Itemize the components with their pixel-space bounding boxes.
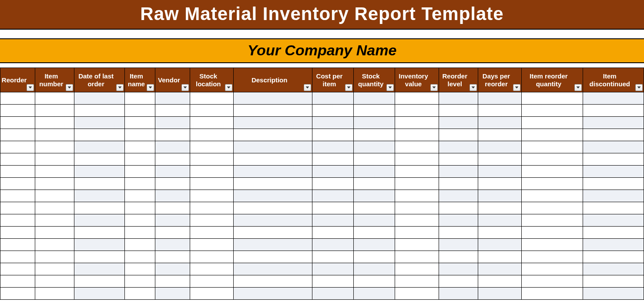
table-cell[interactable]	[354, 227, 395, 239]
table-cell[interactable]	[124, 141, 155, 153]
table-cell[interactable]	[583, 153, 644, 166]
table-cell[interactable]	[234, 263, 312, 275]
table-cell[interactable]	[439, 275, 478, 288]
table-cell[interactable]	[395, 251, 439, 263]
table-cell[interactable]	[74, 275, 124, 288]
table-cell[interactable]	[155, 141, 190, 153]
table-cell[interactable]	[583, 166, 644, 178]
table-cell[interactable]	[35, 141, 74, 153]
table-cell[interactable]	[124, 227, 155, 239]
table-cell[interactable]	[522, 117, 583, 129]
table-cell[interactable]	[155, 263, 190, 275]
table-cell[interactable]	[35, 251, 74, 263]
table-cell[interactable]	[583, 105, 644, 117]
table-cell[interactable]	[312, 153, 353, 166]
table-cell[interactable]	[395, 275, 439, 288]
table-cell[interactable]	[478, 263, 521, 275]
table-cell[interactable]	[583, 239, 644, 251]
table-cell[interactable]	[0, 227, 35, 239]
table-cell[interactable]	[439, 141, 478, 153]
table-cell[interactable]	[583, 263, 644, 275]
table-cell[interactable]	[155, 105, 190, 117]
table-cell[interactable]	[234, 178, 312, 190]
table-cell[interactable]	[0, 129, 35, 141]
table-cell[interactable]	[312, 227, 353, 239]
table-cell[interactable]	[478, 178, 521, 190]
table-cell[interactable]	[155, 117, 190, 129]
table-cell[interactable]	[234, 92, 312, 105]
table-cell[interactable]	[234, 239, 312, 251]
filter-dropdown-button[interactable]	[635, 84, 643, 91]
table-cell[interactable]	[478, 288, 521, 300]
table-cell[interactable]	[478, 275, 521, 288]
table-cell[interactable]	[234, 129, 312, 141]
table-cell[interactable]	[522, 129, 583, 141]
table-cell[interactable]	[395, 141, 439, 153]
table-cell[interactable]	[583, 251, 644, 263]
table-cell[interactable]	[354, 117, 395, 129]
table-cell[interactable]	[522, 166, 583, 178]
table-cell[interactable]	[74, 239, 124, 251]
table-cell[interactable]	[354, 141, 395, 153]
table-cell[interactable]	[439, 214, 478, 227]
table-cell[interactable]	[583, 190, 644, 202]
table-cell[interactable]	[439, 190, 478, 202]
table-cell[interactable]	[0, 288, 35, 300]
table-cell[interactable]	[74, 153, 124, 166]
table-cell[interactable]	[234, 141, 312, 153]
table-cell[interactable]	[35, 214, 74, 227]
table-cell[interactable]	[439, 288, 478, 300]
table-cell[interactable]	[478, 117, 521, 129]
table-cell[interactable]	[35, 129, 74, 141]
table-cell[interactable]	[124, 190, 155, 202]
filter-dropdown-button[interactable]	[513, 84, 520, 91]
table-cell[interactable]	[155, 251, 190, 263]
table-cell[interactable]	[0, 239, 35, 251]
table-cell[interactable]	[354, 105, 395, 117]
filter-dropdown-button[interactable]	[345, 84, 352, 91]
table-cell[interactable]	[0, 251, 35, 263]
table-cell[interactable]	[234, 105, 312, 117]
table-cell[interactable]	[124, 178, 155, 190]
table-cell[interactable]	[124, 214, 155, 227]
table-cell[interactable]	[124, 288, 155, 300]
table-cell[interactable]	[583, 275, 644, 288]
table-cell[interactable]	[124, 92, 155, 105]
filter-dropdown-button[interactable]	[116, 84, 124, 91]
table-cell[interactable]	[439, 227, 478, 239]
table-cell[interactable]	[478, 251, 521, 263]
table-cell[interactable]	[74, 178, 124, 190]
table-cell[interactable]	[0, 105, 35, 117]
table-cell[interactable]	[155, 202, 190, 214]
table-cell[interactable]	[190, 239, 234, 251]
table-cell[interactable]	[439, 92, 478, 105]
table-cell[interactable]	[522, 214, 583, 227]
table-cell[interactable]	[395, 227, 439, 239]
table-cell[interactable]	[439, 239, 478, 251]
table-cell[interactable]	[35, 92, 74, 105]
table-cell[interactable]	[0, 153, 35, 166]
table-cell[interactable]	[74, 92, 124, 105]
table-cell[interactable]	[124, 117, 155, 129]
table-cell[interactable]	[0, 117, 35, 129]
table-cell[interactable]	[124, 275, 155, 288]
table-cell[interactable]	[354, 129, 395, 141]
table-cell[interactable]	[0, 178, 35, 190]
table-cell[interactable]	[354, 251, 395, 263]
table-cell[interactable]	[522, 263, 583, 275]
table-cell[interactable]	[155, 153, 190, 166]
table-cell[interactable]	[354, 202, 395, 214]
table-cell[interactable]	[354, 263, 395, 275]
table-cell[interactable]	[155, 190, 190, 202]
table-cell[interactable]	[74, 190, 124, 202]
table-cell[interactable]	[583, 141, 644, 153]
table-cell[interactable]	[395, 117, 439, 129]
table-cell[interactable]	[190, 105, 234, 117]
table-cell[interactable]	[74, 105, 124, 117]
table-cell[interactable]	[234, 275, 312, 288]
table-cell[interactable]	[522, 275, 583, 288]
table-cell[interactable]	[312, 214, 353, 227]
table-cell[interactable]	[155, 275, 190, 288]
table-cell[interactable]	[312, 202, 353, 214]
table-cell[interactable]	[74, 129, 124, 141]
